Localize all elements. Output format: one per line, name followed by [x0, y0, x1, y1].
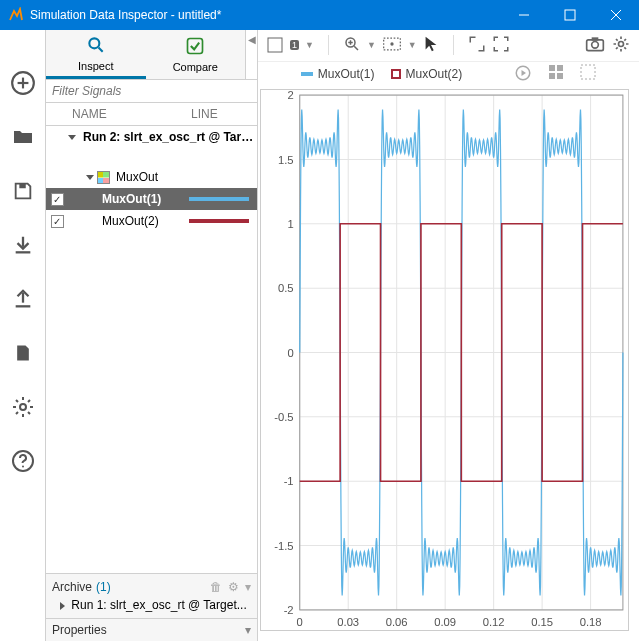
- filter-input[interactable]: [46, 80, 257, 102]
- checkbox-icon[interactable]: ✓: [51, 193, 64, 206]
- add-icon[interactable]: [10, 70, 36, 96]
- legend-swatch: [391, 69, 401, 79]
- plot-legend: MuxOut(1) MuxOut(2): [258, 62, 639, 89]
- gear-icon[interactable]: ⚙: [228, 580, 239, 594]
- app-logo-icon: [8, 7, 24, 23]
- svg-rect-27: [592, 37, 599, 40]
- properties-bar[interactable]: Properties ▾: [46, 618, 257, 641]
- tab-inspect[interactable]: Inspect: [46, 30, 146, 79]
- preferences-icon[interactable]: [10, 394, 36, 420]
- tab-compare[interactable]: Compare: [146, 30, 246, 79]
- svg-text:1.5: 1.5: [278, 153, 294, 165]
- plot-toolbar: 1 ▼ ▼ ▼: [258, 30, 639, 62]
- signal-group-row[interactable]: MuxOut: [46, 166, 257, 188]
- svg-rect-32: [557, 65, 563, 71]
- svg-point-26: [592, 41, 599, 48]
- svg-point-15: [89, 38, 99, 48]
- close-button[interactable]: [593, 0, 639, 30]
- layout-picker[interactable]: 1 ▼: [266, 36, 314, 54]
- svg-text:0: 0: [297, 616, 303, 628]
- settings-icon[interactable]: [611, 34, 631, 57]
- help-icon[interactable]: [10, 448, 36, 474]
- group-label: MuxOut: [114, 170, 257, 184]
- svg-rect-18: [268, 38, 282, 52]
- new-document-icon[interactable]: [10, 340, 36, 366]
- maximize-button[interactable]: [547, 0, 593, 30]
- trash-icon[interactable]: 🗑: [210, 580, 222, 594]
- svg-line-20: [354, 46, 358, 50]
- line-swatch: [189, 219, 249, 223]
- signal-label: MuxOut(2): [68, 214, 189, 228]
- archive-count: (1): [96, 580, 111, 594]
- mux-icon: [97, 171, 110, 184]
- signal-panel: Inspect Compare ◀ NAME LINE Run 2: slrt_…: [46, 30, 258, 641]
- zoom-icon[interactable]: [343, 35, 361, 56]
- svg-rect-33: [549, 73, 555, 79]
- svg-text:0.03: 0.03: [337, 616, 359, 628]
- svg-rect-34: [557, 73, 563, 79]
- svg-rect-31: [549, 65, 555, 71]
- collapse-panel-handle[interactable]: ◀: [245, 30, 257, 80]
- archive-item-label: Run 1: slrt_ex_osc_rt @ Target...: [71, 598, 246, 612]
- fit-icon[interactable]: [382, 36, 402, 55]
- svg-point-24: [390, 42, 393, 45]
- checkbox-icon[interactable]: ✓: [51, 215, 64, 228]
- grid-4-icon[interactable]: [548, 64, 564, 85]
- plot-canvas[interactable]: -2-1.5-1-0.500.511.5200.030.060.090.120.…: [260, 89, 629, 631]
- svg-text:-1: -1: [284, 475, 294, 487]
- magnifier-icon: [86, 35, 106, 58]
- fullscreen-icon[interactable]: [492, 35, 510, 56]
- svg-text:-1.5: -1.5: [274, 539, 293, 551]
- run-label: Run 2: slrt_ex_osc_rt @ Target...: [79, 130, 257, 144]
- archive-item[interactable]: Run 1: slrt_ex_osc_rt @ Target...: [52, 598, 251, 612]
- properties-label: Properties: [52, 623, 107, 637]
- pointer-icon[interactable]: [423, 35, 439, 56]
- expand-icon[interactable]: [468, 35, 486, 56]
- tab-compare-label: Compare: [173, 61, 218, 73]
- legend-label: MuxOut(2): [406, 67, 463, 81]
- tab-inspect-label: Inspect: [78, 60, 113, 72]
- grid-dashed-icon[interactable]: [580, 64, 596, 85]
- title-bar: Simulation Data Inspector - untitled*: [0, 0, 639, 30]
- signal-row[interactable]: ✓ MuxOut(1): [46, 188, 257, 210]
- chevron-down-icon[interactable]: ▾: [245, 580, 251, 594]
- svg-point-12: [20, 404, 26, 410]
- snapshot-icon[interactable]: [585, 35, 605, 56]
- line-swatch: [189, 197, 249, 201]
- signal-label: MuxOut(1): [68, 192, 189, 206]
- checkmark-icon: [185, 36, 205, 59]
- svg-point-14: [22, 466, 24, 468]
- chart-area: 1 ▼ ▼ ▼ MuxOut(1) MuxOut(2): [258, 30, 639, 641]
- open-folder-icon[interactable]: [10, 124, 36, 150]
- svg-text:0.15: 0.15: [531, 616, 553, 628]
- minimize-button[interactable]: [501, 0, 547, 30]
- svg-text:-2: -2: [284, 604, 294, 616]
- layout-badge: 1: [290, 40, 299, 50]
- svg-text:0.06: 0.06: [386, 616, 408, 628]
- archive-section: Archive (1) 🗑 ⚙ ▾ Run 1: slrt_ex_osc_rt …: [46, 573, 257, 618]
- svg-text:0.09: 0.09: [434, 616, 456, 628]
- window-title: Simulation Data Inspector - untitled*: [30, 8, 501, 22]
- svg-rect-1: [565, 10, 575, 20]
- svg-text:2: 2: [287, 90, 293, 101]
- save-icon[interactable]: [10, 178, 36, 204]
- stream-icon[interactable]: [514, 64, 532, 85]
- svg-text:0: 0: [287, 346, 293, 358]
- legend-swatch: [301, 72, 313, 76]
- svg-rect-17: [188, 39, 203, 54]
- col-name: NAME: [68, 103, 187, 125]
- svg-text:0.18: 0.18: [580, 616, 602, 628]
- import-icon[interactable]: [10, 232, 36, 258]
- svg-text:-0.5: -0.5: [274, 411, 293, 423]
- legend-label: MuxOut(1): [318, 67, 375, 81]
- chevron-down-icon: ▾: [245, 623, 251, 637]
- signal-row[interactable]: ✓ MuxOut(2): [46, 210, 257, 232]
- export-icon[interactable]: [10, 286, 36, 312]
- col-line: LINE: [187, 103, 257, 125]
- svg-point-28: [619, 41, 624, 46]
- svg-text:1: 1: [287, 218, 293, 230]
- svg-text:0.12: 0.12: [483, 616, 505, 628]
- run-row[interactable]: Run 2: slrt_ex_osc_rt @ Target...: [46, 126, 257, 148]
- filter-bar: [46, 80, 257, 103]
- svg-line-16: [98, 47, 102, 51]
